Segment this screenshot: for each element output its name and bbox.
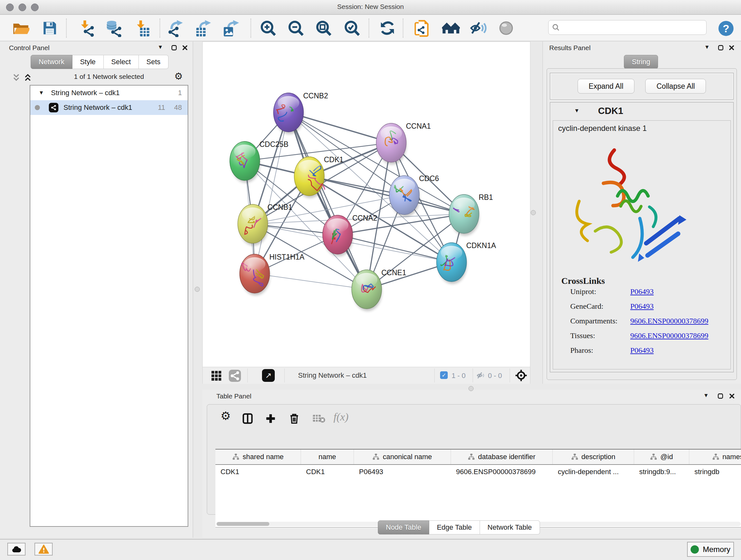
network-edge[interactable] <box>338 235 452 262</box>
toolbar-search-field[interactable] <box>548 20 706 35</box>
expand-all-button[interactable]: Expand All <box>578 79 635 94</box>
network-collection-row[interactable]: ▼ String Network – cdk1 1 <box>30 85 188 100</box>
control-panel-float-button[interactable] <box>171 45 177 51</box>
column-header-database-identifier[interactable]: database identifier <box>451 449 553 464</box>
network-edge[interactable] <box>255 112 288 273</box>
zoom-selected-button[interactable] <box>343 19 361 37</box>
node-table[interactable]: shared namenamecanonical namedatabase id… <box>215 449 741 527</box>
table-panel-float-button[interactable] <box>718 393 724 399</box>
tab-network-table[interactable]: Network Table <box>480 520 540 535</box>
function-builder-button[interactable]: f(x) <box>333 411 348 423</box>
export-network-button[interactable] <box>167 19 185 37</box>
table-cell[interactable]: CDK1 <box>301 465 354 479</box>
network-node-RB1[interactable]: RB1 <box>449 193 493 236</box>
tab-edge-table[interactable]: Edge Table <box>429 520 480 535</box>
open-in-browser-button[interactable]: ↗ <box>262 369 275 382</box>
network-edges[interactable] <box>245 112 464 289</box>
results-panel-close-button[interactable] <box>729 45 735 51</box>
network-grid-view-button[interactable] <box>211 370 222 381</box>
network-node-CCNB2[interactable]: CCNB2 <box>273 91 328 134</box>
zoom-in-button[interactable] <box>259 19 278 37</box>
tab-style[interactable]: Style <box>72 55 104 69</box>
show-glass-ball-button[interactable] <box>497 19 516 37</box>
search-input[interactable] <box>562 23 703 32</box>
results-panel-menu-arrow[interactable]: ▼ <box>704 44 710 51</box>
control-panel-menu-arrow[interactable]: ▼ <box>158 44 163 51</box>
network-node-CDK1[interactable]: CDK1 <box>294 155 343 198</box>
delete-table-button[interactable] <box>313 413 325 424</box>
tab-sets[interactable]: Sets <box>139 55 169 69</box>
table-cell[interactable]: cyclin-dependent ... <box>553 465 634 479</box>
export-image-button[interactable] <box>222 19 240 37</box>
network-edge[interactable] <box>288 112 391 143</box>
crosslink-link[interactable]: 9606.ENSP00000378699 <box>630 317 709 325</box>
left-splitter-handle[interactable] <box>195 287 200 292</box>
collection-expand-arrow[interactable]: ▼ <box>39 90 44 96</box>
zoom-out-button[interactable] <box>287 19 306 37</box>
show-columns-button[interactable] <box>242 413 254 425</box>
network-graph[interactable]: CCNB2CCNA1CDC25BCDK1CDC6RB1CCNB1CCNA2CDK… <box>203 42 530 367</box>
refresh-view-button[interactable] <box>379 19 397 37</box>
control-panel-close-button[interactable] <box>182 45 188 51</box>
table-panel-menu-arrow[interactable]: ▼ <box>703 392 709 399</box>
column-header-description[interactable]: description <box>553 449 634 464</box>
import-network-from-file-button[interactable] <box>77 19 96 37</box>
export-table-button[interactable] <box>194 19 213 37</box>
bottom-splitter-handle[interactable] <box>468 386 474 391</box>
network-edge[interactable] <box>255 273 367 289</box>
network-view[interactable]: CCNB2CCNA1CDC25BCDK1CDC6RB1CCNB1CCNA2CDK… <box>202 42 530 384</box>
table-cell[interactable]: P06493 <box>354 465 451 479</box>
collapse-all-networks-button[interactable] <box>11 73 21 82</box>
crosslink-link[interactable]: P06493 <box>630 287 654 296</box>
network-node-CDKN1A[interactable]: CDKN1A <box>436 241 496 284</box>
open-session-button[interactable] <box>12 19 30 37</box>
warnings-button[interactable] <box>35 543 53 556</box>
hidden-eye-slash-icon[interactable] <box>476 371 486 380</box>
network-node-CCNA1[interactable]: CCNA1 <box>376 122 431 165</box>
gene-section-collapse-arrow[interactable]: ▼ <box>574 108 580 114</box>
results-panel-float-button[interactable] <box>718 45 724 51</box>
column-header-name[interactable]: name <box>301 449 354 464</box>
column-header-canonical-name[interactable]: canonical name <box>354 449 451 464</box>
table-cell[interactable]: 9606.ENSP00000378699 <box>451 465 553 479</box>
table-options-gear-icon[interactable]: ⚙ <box>220 410 231 422</box>
tab-network[interactable]: Network <box>30 55 72 69</box>
memory-button[interactable]: Memory <box>687 542 734 557</box>
network-node-HIST1H1A[interactable]: HIST1H1A <box>240 253 305 295</box>
cloud-status-button[interactable] <box>7 543 25 556</box>
add-column-button[interactable] <box>265 413 277 425</box>
table-panel-close-button[interactable] <box>729 393 735 399</box>
network-node-CCNA2[interactable]: CCNA2 <box>323 214 377 256</box>
string-home-button[interactable] <box>441 19 460 37</box>
tab-string[interactable]: String <box>624 55 658 69</box>
share-document-button[interactable] <box>413 19 431 37</box>
network-node-CCNE1[interactable]: CCNE1 <box>352 268 406 311</box>
save-session-button[interactable] <box>41 19 59 37</box>
crosslink-link[interactable]: 9606.ENSP00000378699 <box>630 331 709 340</box>
column-header-shared-name[interactable]: shared name <box>215 449 301 464</box>
help-button[interactable]: ? <box>717 19 736 37</box>
column-header-namespace[interactable]: namespace <box>689 449 741 464</box>
delete-column-button[interactable] <box>288 413 300 425</box>
zoom-fit-button[interactable] <box>315 19 333 37</box>
table-cell[interactable]: stringdb <box>689 465 741 479</box>
import-network-from-database-button[interactable] <box>105 19 123 37</box>
network-row-selected[interactable]: String Network – cdk1 11 48 <box>30 100 188 115</box>
network-edge[interactable] <box>288 112 367 289</box>
tab-node-table[interactable]: Node Table <box>378 520 429 535</box>
network-node-CCNB1[interactable]: CCNB1 <box>238 203 292 246</box>
network-panel-options-gear-icon[interactable]: ⚙ <box>174 71 183 81</box>
tab-select[interactable]: Select <box>104 55 139 69</box>
network-edge[interactable] <box>309 176 464 214</box>
network-share-button[interactable] <box>229 370 241 382</box>
table-cell[interactable]: stringdb:9... <box>634 465 689 479</box>
scrollbar-thumb[interactable] <box>217 522 269 526</box>
table-row[interactable]: CDK1CDK1P064939606.ENSP00000378699cyclin… <box>215 465 741 479</box>
column-header--id[interactable]: @id <box>634 449 689 464</box>
birds-eye-view-button[interactable] <box>515 369 528 382</box>
crosslink-link[interactable]: P06493 <box>630 302 654 311</box>
table-cell[interactable]: CDK1 <box>215 465 301 479</box>
crosslink-link[interactable]: P06493 <box>630 346 654 355</box>
right-splitter-handle[interactable] <box>531 210 536 215</box>
selected-checkbox-icon[interactable]: ✓ <box>440 371 448 379</box>
